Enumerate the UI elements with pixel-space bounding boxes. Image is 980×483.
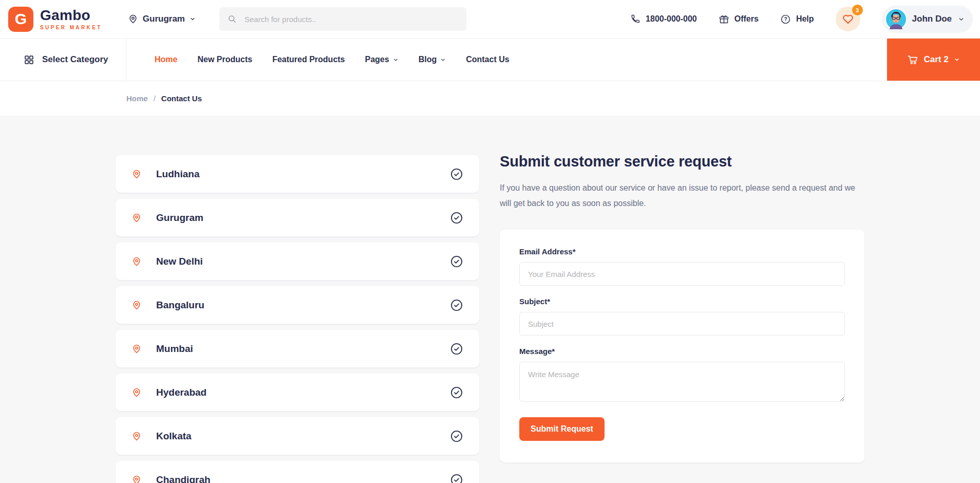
phone-icon [630,14,640,24]
heart-icon [842,13,854,25]
breadcrumb-current: Contact Us [161,94,202,103]
city-name: Mumbai [156,343,193,355]
brand-name: Gambo [40,8,102,23]
nav-menu: Home New Products Featured Products Page… [155,39,510,81]
nav-item-label: Pages [365,55,389,64]
map-pin-icon [131,169,142,180]
phone-number: 1800-000-000 [646,14,697,24]
service-request-section: Submit customer service request If you h… [500,155,864,483]
nav-item-label: Home [155,55,177,64]
map-pin-icon [131,300,142,311]
city-name: Kolkata [156,431,192,442]
city-card-kolkata[interactable]: Kolkata [116,417,479,455]
city-card-hyderabad[interactable]: Hyderabad [116,374,479,411]
offers-link[interactable]: Offers [719,14,759,25]
check-circle-icon [450,211,463,225]
subject-field[interactable] [519,312,845,336]
nav-item-new-products[interactable]: New Products [197,55,252,64]
message-field[interactable] [519,362,845,402]
nav-item-label: Contact Us [466,55,509,64]
subject-label: Subject* [519,297,845,306]
help-icon: ? [780,14,791,25]
chevron-down-icon [954,57,960,63]
nav-item-featured-products[interactable]: Featured Products [272,55,345,64]
cart-label: Cart 2 [924,54,948,65]
user-name: John Doe [912,14,952,24]
breadcrumb-home-link[interactable]: Home [126,94,148,103]
city-name: Hyderabad [156,387,206,398]
phone-link[interactable]: 1800-000-000 [630,14,697,24]
city-name: Chandigrah [156,474,211,483]
nav-item-home[interactable]: Home [155,55,177,64]
chevron-down-icon [190,16,196,22]
check-circle-icon [450,473,463,483]
svg-text:?: ? [784,16,787,22]
nav-item-label: Blog [419,55,437,64]
wishlist-button[interactable]: 3 [836,7,860,31]
nav-item-pages[interactable]: Pages [365,55,399,64]
chevron-down-icon [440,57,446,63]
user-avatar [886,9,906,29]
section-description: If you have a question about our service… [500,180,864,211]
check-circle-icon [450,255,463,268]
breadcrumb: Home / Contact Us [0,81,980,116]
brand-text: Gambo SUPER MARKET [40,8,102,30]
offers-label: Offers [734,14,759,24]
search-input[interactable] [243,14,459,24]
check-circle-icon [450,168,463,181]
map-pin-icon [131,431,142,442]
location-label: Gurugram [143,14,185,24]
service-request-form: Email Address* Subject* Message* Submit … [500,230,864,462]
check-circle-icon [450,386,463,399]
help-link[interactable]: ? Help [780,14,814,25]
city-name: Bangaluru [156,300,204,311]
cart-icon [907,54,918,65]
email-field[interactable] [519,262,845,286]
city-name: Gurugram [156,212,203,224]
map-pin-icon [128,14,138,24]
nav-item-blog[interactable]: Blog [419,55,446,64]
map-pin-icon [131,212,142,224]
email-label: Email Address* [519,247,845,256]
map-pin-icon [131,256,142,267]
logo-mark: G [8,7,33,32]
nav-item-label: Featured Products [272,55,345,64]
grid-icon [24,54,34,65]
category-selector[interactable]: Select Category [0,39,126,81]
search-bar [219,7,466,31]
message-label: Message* [519,347,845,356]
gift-icon [719,14,729,25]
city-card-new-delhi[interactable]: New Delhi [116,243,479,280]
nav-item-label: New Products [197,55,252,64]
check-circle-icon [450,342,463,356]
chevron-down-icon [958,16,965,23]
city-card-chandigrah[interactable]: Chandigrah [116,461,479,483]
check-circle-icon [450,430,463,443]
user-menu[interactable]: John Doe [882,6,973,33]
cart-button[interactable]: Cart 2 [887,39,980,81]
header-right-cluster: 1800-000-000 Offers ? Help [630,6,973,33]
category-label: Select Category [42,54,108,65]
wishlist-count-badge: 3 [852,5,863,15]
city-card-gurugram[interactable]: Gurugram [116,199,479,236]
map-pin-icon [131,387,142,398]
store-city-list: Ludhiana Gurugram New Delhi [116,155,479,483]
nav-item-contact-us[interactable]: Contact Us [466,55,509,64]
city-card-mumbai[interactable]: Mumbai [116,330,479,367]
city-card-bangaluru[interactable]: Bangaluru [116,286,479,324]
main-navbar: Select Category Home New Products Featur… [0,39,980,81]
map-pin-icon [131,474,142,483]
location-selector[interactable]: Gurugram [128,14,196,24]
map-pin-icon [131,343,142,355]
city-card-ludhiana[interactable]: Ludhiana [116,155,479,193]
city-name: Ludhiana [156,169,199,180]
brand-logo[interactable]: G Gambo SUPER MARKET [8,7,102,32]
chevron-down-icon [393,57,399,63]
search-icon [227,14,237,24]
brand-tagline: SUPER MARKET [40,25,102,30]
city-name: New Delhi [156,256,203,267]
submit-request-button[interactable]: Submit Request [519,417,605,441]
help-label: Help [796,14,814,24]
breadcrumb-separator: / [154,94,156,103]
page-title: Submit customer service request [500,153,864,170]
